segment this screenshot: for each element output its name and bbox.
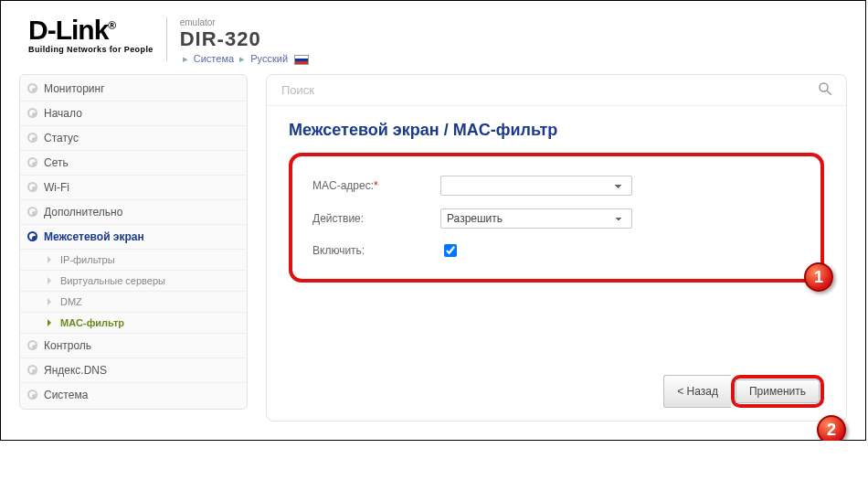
bullet-icon <box>27 340 37 350</box>
bullet-icon <box>27 83 37 93</box>
header: D-Link® Building Networks for People emu… <box>1 1 865 65</box>
chevron-right-icon <box>48 277 51 284</box>
chevron-right-icon <box>48 319 51 326</box>
main-panel: Межсетевой экран / MAC-фильтр MAC-адрес:… <box>266 74 847 422</box>
sidebar-sub-virtualservers[interactable]: Виртуальные серверы <box>20 271 247 292</box>
bullet-icon <box>27 207 37 217</box>
apply-highlight: Применить <box>731 375 824 408</box>
brand-logo: D-Link® Building Networks for People <box>28 17 153 53</box>
back-button[interactable]: < Назад <box>663 375 731 408</box>
sidebar-item-yandexdns[interactable]: Яндекс.DNS <box>20 358 247 383</box>
sidebar-item-advanced[interactable]: Дополнительно <box>20 200 247 225</box>
sidebar: Мониторинг Начало Статус Сеть Wi-Fi Допо… <box>19 74 248 410</box>
sidebar-item-start[interactable]: Начало <box>20 101 247 126</box>
sidebar-item-firewall[interactable]: Межсетевой экран <box>20 225 247 250</box>
crumb-language[interactable]: Русский <box>250 53 288 64</box>
chevron-right-icon <box>48 256 51 263</box>
search-input[interactable] <box>280 82 817 98</box>
bullet-icon <box>27 390 37 400</box>
sidebar-sub-dmz[interactable]: DMZ <box>20 292 247 313</box>
sidebar-item-status[interactable]: Статус <box>20 126 247 151</box>
enable-checkbox[interactable] <box>444 244 457 257</box>
model-name: DIR-320 <box>180 27 309 51</box>
flag-ru-icon[interactable] <box>294 55 309 65</box>
bullet-icon <box>27 108 37 118</box>
header-breadcrumbs: ▸ Система ▸ Русский <box>180 53 309 65</box>
bullet-icon <box>27 365 37 375</box>
emulator-label: emulator <box>180 17 309 27</box>
sidebar-sub-ipfilters[interactable]: IP-фильтры <box>20 250 247 271</box>
brand-tagline: Building Networks for People <box>28 46 153 54</box>
chevron-right-icon <box>48 298 51 305</box>
callout-1: 1 <box>804 262 833 292</box>
search-bar <box>267 75 846 106</box>
sidebar-item-wifi[interactable]: Wi-Fi <box>20 176 247 200</box>
bullet-icon <box>27 182 37 192</box>
search-icon[interactable] <box>817 80 833 100</box>
enable-label: Включить: <box>312 244 440 257</box>
chevron-right-icon: ▸ <box>183 53 188 64</box>
bullet-icon <box>27 133 37 143</box>
form-highlight-1: MAC-адрес:* Действие: Разрешить Включить… <box>289 153 824 283</box>
mac-address-select[interactable] <box>440 176 632 196</box>
apply-button[interactable]: Применить <box>736 379 820 403</box>
bullet-icon <box>27 231 37 241</box>
sidebar-item-control[interactable]: Контроль <box>20 334 247 358</box>
callout-2: 2 <box>817 415 846 441</box>
svg-line-1 <box>827 91 831 95</box>
action-label: Действие: <box>312 212 440 225</box>
mac-address-label: MAC-адрес:* <box>312 179 440 192</box>
sidebar-sub-macfilter[interactable]: MAC-фильтр <box>20 313 247 334</box>
page-title: Межсетевой экран / MAC-фильтр <box>289 121 824 140</box>
divider <box>166 17 167 61</box>
sidebar-item-network[interactable]: Сеть <box>20 151 247 176</box>
footer-buttons: < Назад Применить 2 <box>267 366 846 421</box>
sidebar-item-system[interactable]: Система <box>20 383 247 407</box>
svg-point-0 <box>820 83 828 91</box>
crumb-system[interactable]: Система <box>194 53 234 64</box>
bullet-icon <box>27 157 37 167</box>
chevron-right-icon: ▸ <box>239 53 245 64</box>
action-select[interactable]: Разрешить <box>440 208 632 229</box>
sidebar-item-monitoring[interactable]: Мониторинг <box>20 77 247 101</box>
